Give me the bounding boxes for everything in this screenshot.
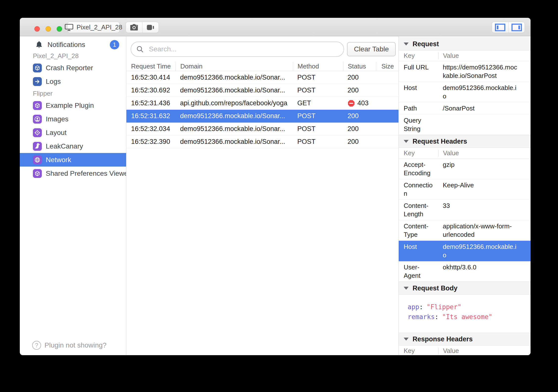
toggle-right-sidebar-button[interactable]	[508, 22, 525, 33]
table-row[interactable]: 16:52:31.436 api.github.com/repos/facebo…	[126, 97, 398, 110]
sidebar-item-leakcanary[interactable]: LeakCanary	[20, 139, 126, 153]
cell-status: 200	[343, 84, 376, 97]
cell-status: 200	[343, 135, 376, 148]
panel-toggle-group	[492, 22, 525, 33]
cell-size	[376, 135, 398, 148]
cell-method: POST	[293, 110, 343, 122]
sidebar-item-network[interactable]: Network	[20, 153, 126, 167]
table-row[interactable]: 16:52:32.034 demo9512366.mockable.io/Son…	[126, 123, 398, 135]
cell-method: POST	[293, 71, 343, 84]
sidebar-item-notifications[interactable]: Notifications 1	[20, 39, 126, 51]
kv-header-value: Value	[438, 348, 531, 354]
cell-domain: demo9512366.mockable.io/Sonar...	[176, 71, 293, 84]
device-name: Pixel_2_API_28	[76, 23, 122, 31]
kv-table-header: Key Value	[399, 346, 531, 355]
column-header-domain[interactable]: Domain	[176, 62, 293, 71]
notification-badge: 1	[110, 40, 119, 49]
cell-size	[376, 71, 398, 84]
kv-row[interactable]: User-Agent okhttp/3.6.0	[399, 261, 531, 282]
kv-row[interactable]: Query String	[399, 114, 531, 135]
cell-domain: demo9512366.mockable.io/Sonar...	[176, 110, 293, 122]
video-camera-icon	[146, 24, 155, 31]
kv-value: /SonarPost	[438, 104, 517, 112]
sidebar-item-layout[interactable]: Layout	[20, 126, 126, 139]
error-stop-icon	[348, 100, 355, 107]
sidebar-item-images[interactable]: Images	[20, 112, 126, 126]
kv-header-key: Key	[399, 149, 438, 157]
plugin-not-showing-link[interactable]: ? Plugin not showing?	[20, 340, 126, 351]
right-panel-icon	[512, 23, 522, 31]
kv-value: Keep-Alive	[438, 181, 517, 198]
column-header-request-time[interactable]: Request Time	[126, 62, 176, 71]
screenshot-button[interactable]	[126, 22, 142, 33]
cell-domain: demo9512366.mockable.io/Sonar...	[176, 135, 293, 148]
table-row[interactable]: 16:52:30.414 demo9512366.mockable.io/Son…	[126, 71, 398, 84]
kv-key: Host	[399, 242, 438, 259]
chevron-down-icon	[404, 338, 409, 341]
sidebar-item-label: Notifications	[47, 41, 85, 49]
kv-header-key: Key	[399, 52, 438, 60]
kv-row[interactable]: Content-Length 33	[399, 200, 531, 220]
column-header-size[interactable]: Size	[376, 62, 398, 71]
device-selector-button[interactable]: Pixel_2_API_28	[67, 22, 120, 33]
sidebar-item-crash-reporter[interactable]: Crash Reporter	[20, 61, 126, 75]
cell-request-time: 16:52:31.436	[126, 97, 176, 109]
table-toolbar: Clear Table	[126, 36, 398, 62]
arrow-right-icon	[33, 77, 42, 86]
cell-request-time: 16:52:30.692	[126, 84, 176, 97]
table-row[interactable]: 16:52:32.390 demo9512366.mockable.io/Son…	[126, 135, 398, 148]
search-input[interactable]	[131, 42, 344, 57]
table-row[interactable]: 16:52:30.692 demo9512366.mockable.io/Son…	[126, 84, 398, 97]
column-header-method[interactable]: Method	[293, 62, 343, 71]
sidebar-item-logs[interactable]: Logs	[20, 75, 126, 88]
kv-value: application/x-www-form-urlencoded	[438, 222, 517, 239]
kv-value: demo9512366.mockable.io	[438, 84, 517, 100]
table-row-selected[interactable]: 16:52:31.632 demo9512366.mockable.io/Son…	[126, 110, 398, 123]
kv-value: 33	[438, 201, 517, 218]
sidebar-item-label: Images	[46, 115, 69, 123]
section-header-request-headers[interactable]: Request Headers	[399, 135, 531, 148]
cell-method: POST	[293, 84, 343, 97]
titlebar[interactable]: Pixel_2_API_28	[20, 18, 531, 36]
chevron-down-icon	[404, 287, 409, 290]
section-header-response-headers[interactable]: Response Headers	[399, 333, 531, 346]
cell-status: 200	[343, 123, 376, 135]
maximize-window-button[interactable]	[57, 26, 62, 32]
sidebar-item-label: Example Plugin	[46, 102, 94, 109]
traffic-lights	[34, 26, 62, 32]
kv-key: Content-Length	[399, 201, 438, 218]
kv-row[interactable]: Host demo9512366.mockable.io	[399, 82, 531, 102]
column-header-status[interactable]: Status	[343, 62, 376, 71]
section-header-request-body[interactable]: Request Body	[399, 282, 531, 295]
kv-header-key: Key	[399, 347, 438, 355]
screen-record-button[interactable]	[142, 22, 159, 33]
bird-icon	[33, 142, 42, 151]
kv-row[interactable]: Connection Keep-Alive	[399, 179, 531, 200]
plugin-sidebar: Notifications 1 Pixel_2_API_28 Crash Rep…	[20, 36, 126, 355]
plugin-not-showing-label: Plugin not showing?	[45, 341, 107, 349]
user-circle-icon	[33, 115, 42, 124]
cell-size	[376, 84, 398, 97]
sidebar-item-label: Layout	[46, 129, 67, 137]
kv-row[interactable]: Path /SonarPost	[399, 102, 531, 114]
kv-row[interactable]: Accept-Encoding gzip	[399, 159, 531, 179]
toggle-left-sidebar-button[interactable]	[492, 22, 508, 33]
minimize-window-button[interactable]	[46, 26, 51, 32]
kv-value: gzip	[438, 160, 517, 177]
kv-row-selected[interactable]: Host demo9512366.mockable.io	[399, 241, 531, 261]
monitor-icon	[65, 24, 73, 31]
kv-row[interactable]: Full URL https://demo9512366.mockable.io…	[399, 61, 531, 82]
sidebar-item-shared-preferences-viewer[interactable]: Shared Preferences Viewer	[20, 167, 126, 180]
section-title: Response Headers	[413, 335, 473, 343]
request-details-panel: Request Key Value Full URL https://demo9…	[399, 36, 531, 355]
cell-request-time: 16:52:32.390	[126, 135, 176, 148]
section-header-request[interactable]: Request	[399, 38, 531, 50]
globe-icon	[33, 155, 42, 164]
kv-key: User-Agent	[399, 263, 438, 280]
kv-value	[438, 116, 517, 133]
cell-status: 200	[343, 71, 376, 84]
close-window-button[interactable]	[34, 26, 40, 32]
clear-table-button[interactable]: Clear Table	[347, 42, 396, 56]
sidebar-item-example-plugin[interactable]: Example Plugin	[20, 99, 126, 112]
kv-row[interactable]: Content-Type application/x-www-form-urle…	[399, 220, 531, 241]
